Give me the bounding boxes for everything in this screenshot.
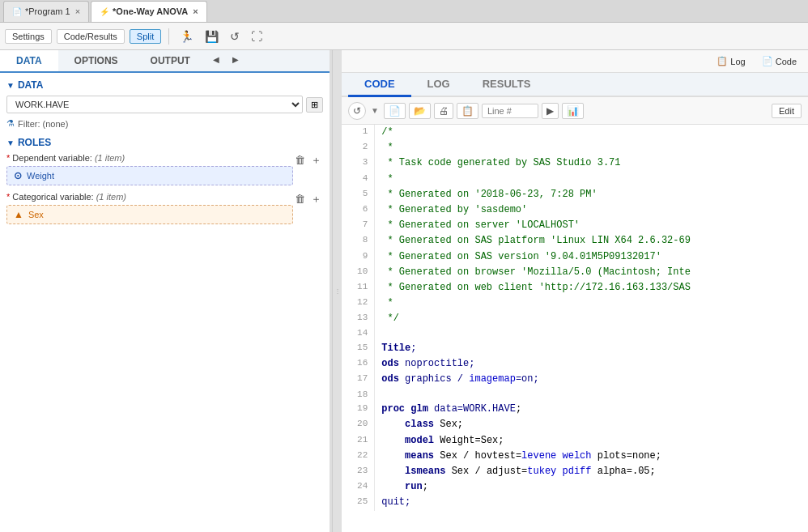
dataset-select[interactable]: WORK.HAVE [6, 96, 303, 113]
left-tab-bar: DATA OPTIONS OUTPUT ◀ ▶ [0, 50, 330, 73]
line-code: ods noproctitle; [375, 356, 808, 372]
table-row: 13 */ [342, 311, 808, 326]
tab-anova-close[interactable]: × [193, 6, 198, 16]
chart-btn[interactable]: 📊 [562, 103, 584, 119]
left-tab-arrow-right[interactable]: ▶ [226, 50, 245, 71]
settings-button[interactable]: Settings [5, 29, 52, 44]
data-section-header[interactable]: ▼ DATA [6, 79, 323, 91]
tab-program1-close[interactable]: × [75, 6, 80, 16]
line-number: 7 [342, 218, 375, 233]
line-code: * Task code generated by SAS Studio 3.71 [375, 155, 808, 171]
table-row: 14 [342, 326, 808, 341]
line-code: ods graphics / imagemap=on; [375, 372, 808, 387]
save-icon[interactable]: 💾 [202, 28, 222, 45]
code-area[interactable]: 1/*2 *3 * Task code generated by SAS Stu… [342, 125, 808, 532]
table-row: 9 * Generated on SAS version '9.04.01M5P… [342, 249, 808, 265]
code-button[interactable]: 📄 Code [757, 54, 802, 68]
line-code: /* [375, 125, 808, 140]
line-code: * Generated on SAS platform 'Linux LIN X… [375, 233, 808, 249]
line-number: 10 [342, 265, 375, 280]
table-row: 2 * [342, 140, 808, 155]
code-toolbar: ↺ ▼ 📄 📂 🖨 📋 ▶ 📊 Edit [342, 97, 808, 125]
line-number: 24 [342, 479, 375, 495]
dependent-required: * [6, 153, 10, 163]
split-button[interactable]: Split [130, 29, 161, 44]
line-number-input[interactable] [482, 104, 538, 118]
undo-icon[interactable]: ↺ [227, 28, 243, 45]
tab-anova[interactable]: ⚡ *One-Way ANOVA × [91, 1, 207, 22]
line-number: 1 [342, 125, 375, 140]
line-code: */ [375, 311, 808, 326]
line-code: * Generated on SAS version '9.04.01M5P09… [375, 249, 808, 265]
right-top-bar: 📋 Log 📄 Code [342, 50, 808, 73]
print-btn[interactable]: 🖨 [434, 103, 453, 119]
collapse-dots: ⋮ [334, 287, 340, 295]
dependent-add-btn[interactable]: ＋ [309, 153, 323, 168]
dependent-variable-label: Weight [27, 171, 54, 181]
filter-row: ⚗ Filter: (none) [6, 118, 323, 129]
run-code-btn[interactable]: ▶ [542, 103, 559, 119]
fullscreen-icon[interactable]: ⛶ [248, 28, 266, 45]
categorical-variable-chip[interactable]: ▲ Sex [6, 205, 293, 224]
open-code-btn[interactable]: 📂 [409, 103, 431, 119]
categorical-count: (1 item) [96, 192, 126, 202]
tab-code[interactable]: CODE [348, 73, 411, 97]
dependent-chip-icon: ⊙ [14, 170, 22, 181]
dependent-actions: 🗑 ＋ [293, 153, 323, 168]
line-number: 6 [342, 202, 375, 218]
line-code: * Generated on '2018-06-23, 7:28 PM' [375, 187, 808, 202]
copy-btn[interactable]: 📋 [457, 103, 478, 119]
line-number: 14 [342, 326, 375, 341]
roles-section-arrow: ▼ [6, 138, 15, 147]
code-results-button[interactable]: Code/Results [57, 29, 125, 44]
log-button-label: Log [730, 57, 745, 66]
new-code-btn[interactable]: 📄 [384, 103, 406, 119]
history-btn[interactable]: ↺ [348, 102, 366, 120]
tab-output[interactable]: OUTPUT [134, 50, 206, 73]
edit-button[interactable]: Edit [772, 104, 802, 118]
log-button[interactable]: 📋 Log [712, 54, 750, 68]
main-toolbar: Settings Code/Results Split 🏃 💾 ↺ ⛶ [0, 23, 808, 50]
categorical-delete-btn[interactable]: 🗑 [293, 193, 307, 205]
table-row: 16ods noproctitle; [342, 356, 808, 372]
table-row: 5 * Generated on '2018-06-23, 7:28 PM' [342, 187, 808, 202]
categorical-add-btn[interactable]: ＋ [309, 192, 323, 206]
line-code: Title; [375, 341, 808, 356]
panel-collapse-handle[interactable]: ⋮ [332, 50, 342, 532]
left-tab-arrow-left[interactable]: ◀ [206, 50, 226, 71]
dataset-grid-button[interactable]: ⊞ [306, 97, 323, 113]
tab-data[interactable]: DATA [0, 50, 58, 73]
table-row: 23 lsmeans Sex / adjust=tukey pdiff alph… [342, 464, 808, 479]
roles-section-header[interactable]: ▼ ROLES [6, 137, 323, 148]
run-icon[interactable]: 🏃 [176, 28, 197, 45]
tab-options[interactable]: OPTIONS [58, 50, 134, 73]
categorical-label: Categorical variable: [12, 192, 93, 202]
line-code: * Generated on server 'LOCALHOST' [375, 218, 808, 233]
line-code: lsmeans Sex / adjust=tukey pdiff alpha=.… [375, 464, 808, 479]
line-number: 9 [342, 249, 375, 265]
table-row: 3 * Task code generated by SAS Studio 3.… [342, 155, 808, 171]
tab-program1[interactable]: 📄 *Program 1 × [3, 1, 89, 22]
line-number: 5 [342, 187, 375, 202]
dependent-delete-btn[interactable]: 🗑 [293, 154, 307, 166]
table-row: 24 run; [342, 479, 808, 495]
left-panel: DATA OPTIONS OUTPUT ◀ ▶ ▼ DATA WORK.HAVE [0, 50, 332, 532]
line-number: 17 [342, 372, 375, 387]
anova-icon: ⚡ [100, 7, 109, 16]
line-number: 25 [342, 495, 375, 510]
table-row: 1/* [342, 125, 808, 140]
tab-results[interactable]: RESULTS [466, 73, 547, 97]
tab-log[interactable]: LOG [411, 73, 466, 97]
table-row: 20 class Sex; [342, 417, 808, 432]
dependent-label-row: * Dependent variable: (1 item) 🗑 ＋ [6, 153, 323, 163]
dependent-variable-chip[interactable]: ⊙ Weight [6, 166, 293, 185]
line-code: * Generated on browser 'Mozilla/5.0 (Mac… [375, 265, 808, 280]
table-row: 17ods graphics / imagemap=on; [342, 372, 808, 387]
line-code: * [375, 172, 808, 187]
table-row: 22 means Sex / hovtest=levene welch plot… [342, 449, 808, 464]
history-dropdown[interactable]: ▼ [371, 106, 379, 115]
filter-label: Filter: (none) [18, 119, 68, 129]
line-code: * [375, 140, 808, 155]
table-row: 10 * Generated on browser 'Mozilla/5.0 (… [342, 265, 808, 280]
table-row: 12 * [342, 296, 808, 311]
